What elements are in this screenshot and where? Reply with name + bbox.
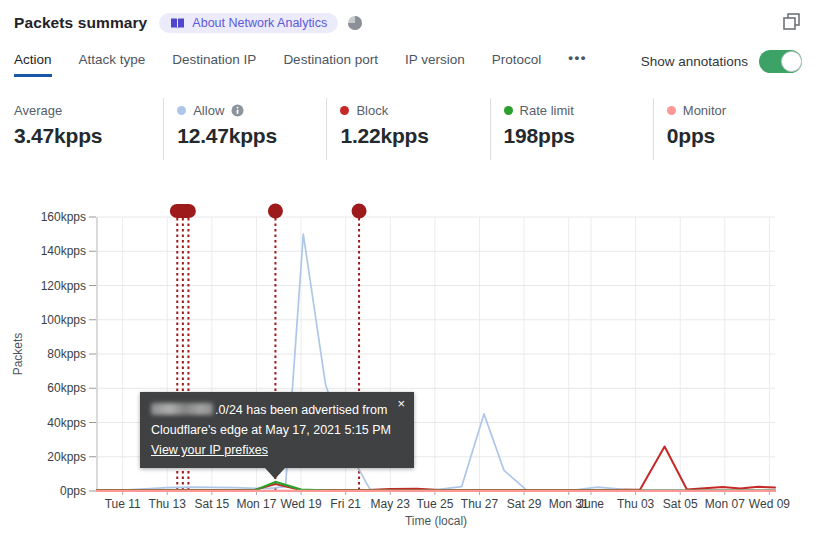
- annotation-marker-dot[interactable]: [268, 204, 283, 219]
- y-tick-label: 100kpps: [41, 313, 86, 327]
- x-tick-label: Sat 29: [507, 497, 542, 511]
- panel-header: Packets summary About Network Analytics: [14, 10, 802, 36]
- book-icon: [170, 17, 185, 30]
- summary-stats-row: Average 3.47kpps Allow 12.47kpps B: [0, 98, 816, 160]
- packets-chart-svg: 0pps20kpps40kpps60kpps80kpps100kpps120kp…: [0, 190, 816, 545]
- copy-panel-icon[interactable]: [780, 10, 802, 32]
- stat-allow-label: Allow: [193, 103, 224, 118]
- redacted-ip-prefix: [151, 403, 213, 415]
- rate-limit-legend-dot: [504, 106, 513, 115]
- x-tick-label: Mon 17: [236, 497, 276, 511]
- stat-monitor-label: Monitor: [683, 103, 726, 118]
- allow-legend-dot: [177, 106, 186, 115]
- stat-rate-limit-label: Rate limit: [520, 103, 574, 118]
- x-tick-label: Sat 05: [663, 497, 698, 511]
- x-tick-label: Tue 25: [416, 497, 453, 511]
- y-tick-label: 0pps: [60, 484, 86, 498]
- tooltip-caret: [265, 468, 285, 479]
- view-ip-prefixes-link[interactable]: View your IP prefixes: [151, 443, 268, 457]
- stat-block-value: 1.22kpps: [340, 124, 489, 148]
- tooltip-line-2: Cloudflare's edge at May 17, 2021 5:15 P…: [151, 420, 402, 440]
- stat-block: Block 1.22kpps: [326, 98, 489, 160]
- stat-allow-value: 12.47kpps: [177, 124, 326, 148]
- tooltip-line-3: View your IP prefixes: [151, 440, 402, 460]
- chart-axes: 0pps20kpps40kpps60kpps80kpps100kpps120kp…: [11, 210, 790, 528]
- tab-protocol[interactable]: Protocol: [492, 50, 542, 74]
- packets-summary-panel: Packets summary About Network Analytics: [0, 0, 816, 545]
- y-tick-label: 80kpps: [47, 347, 86, 361]
- y-tick-label: 160kpps: [41, 210, 86, 224]
- y-tick-label: 60kpps: [47, 381, 86, 395]
- show-annotations-toggle[interactable]: [759, 50, 802, 73]
- stat-average: Average 3.47kpps: [0, 98, 163, 160]
- tooltip-close-icon[interactable]: ×: [395, 395, 407, 412]
- pie-chart-icon: [347, 15, 363, 31]
- y-axis-title: Packets: [11, 333, 25, 376]
- stat-rate-limit-value: 198pps: [504, 124, 653, 148]
- tab-action[interactable]: Action: [14, 50, 52, 77]
- x-tick-label: Thu 03: [617, 497, 655, 511]
- annotation-marker-dot[interactable]: [352, 204, 367, 219]
- x-tick-label: Mon 07: [705, 497, 745, 511]
- x-tick-label: Fri 21: [330, 497, 361, 511]
- x-tick-label: June: [578, 497, 604, 511]
- page-title: Packets summary: [14, 14, 147, 32]
- x-tick-label: Wed 09: [749, 497, 790, 511]
- tab-attack-type[interactable]: Attack type: [79, 50, 146, 74]
- tab-ip-version[interactable]: IP version: [405, 50, 465, 74]
- packets-chart: 0pps20kpps40kpps60kpps80kpps100kpps120kp…: [0, 190, 816, 545]
- annotation-markers: [170, 204, 367, 219]
- stat-allow: Allow 12.47kpps: [163, 98, 326, 160]
- annotation-marker-pill[interactable]: [170, 204, 196, 218]
- monitor-legend-dot: [667, 106, 676, 115]
- tooltip-line-1: .0/24 has been advertised from: [151, 400, 402, 420]
- y-tick-label: 20kpps: [47, 450, 86, 464]
- x-axis-title: Time (local): [405, 514, 467, 528]
- tab-destination-ip[interactable]: Destination IP: [172, 50, 256, 74]
- stat-monitor: Monitor 0pps: [653, 98, 816, 160]
- stat-average-label: Average: [14, 103, 62, 118]
- badge-label: About Network Analytics: [192, 16, 327, 30]
- stat-rate-limit: Rate limit 198pps: [490, 98, 653, 160]
- x-tick-label: Tue 11: [105, 497, 141, 511]
- info-icon[interactable]: [231, 104, 244, 117]
- annotation-tooltip: × .0/24 has been advertised from Cloudfl…: [140, 392, 414, 468]
- stat-monitor-value: 0pps: [667, 124, 816, 148]
- stat-block-label: Block: [356, 103, 388, 118]
- y-tick-label: 40kpps: [47, 416, 86, 430]
- x-tick-label: Thu 13: [149, 497, 187, 511]
- tabs-more-button[interactable]: •••: [568, 50, 587, 72]
- x-tick-label: May 23: [371, 497, 411, 511]
- y-tick-label: 120kpps: [41, 279, 86, 293]
- y-tick-label: 140kpps: [41, 244, 86, 258]
- toggle-knob: [781, 51, 802, 72]
- show-annotations-label: Show annotations: [641, 54, 748, 69]
- chart-dimension-tabs: Action Attack type Destination IP Destin…: [14, 50, 802, 80]
- x-tick-label: Sat 15: [195, 497, 230, 511]
- x-tick-label: Thu 27: [461, 497, 499, 511]
- x-tick-label: Wed 19: [280, 497, 321, 511]
- tab-destination-port[interactable]: Destination port: [283, 50, 378, 74]
- block-legend-dot: [340, 106, 349, 115]
- stat-average-value: 3.47kpps: [14, 124, 163, 148]
- about-network-analytics-badge[interactable]: About Network Analytics: [159, 13, 338, 33]
